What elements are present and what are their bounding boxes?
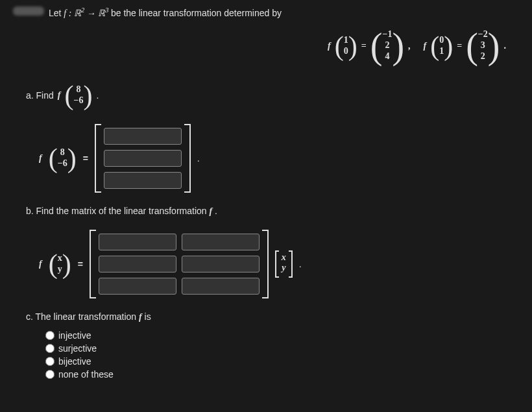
- option-surjective[interactable]: surjective: [45, 343, 519, 354]
- result-1: ( −124 ): [370, 25, 404, 67]
- radio-none[interactable]: [45, 370, 54, 379]
- intro-suffix: be the linear transformation determined …: [111, 8, 282, 18]
- option-injective[interactable]: injective: [45, 330, 519, 341]
- radio-injective[interactable]: [45, 331, 54, 340]
- result-2: ( −232 ): [466, 25, 500, 67]
- part-b-vector-xy: ( xy ): [49, 248, 71, 280]
- radio-surjective[interactable]: [45, 344, 54, 353]
- part-b-input-22[interactable]: [182, 256, 260, 273]
- vector-1-0: ( 10 ): [335, 30, 357, 62]
- part-b-xy-bracket: xy: [275, 250, 293, 278]
- problem-intro: Let f : ℝ2 → ℝ3 be the linear transforma…: [49, 6, 519, 19]
- part-a-label: a. Find f ( 8−6 ) .: [26, 80, 99, 111]
- part-c: c. The linear transformation f is: [26, 311, 519, 322]
- part-a-input-2[interactable]: [104, 150, 182, 167]
- option-bijective[interactable]: bijective: [45, 356, 519, 367]
- part-a-input-3[interactable]: [104, 172, 182, 189]
- part-b-input-31[interactable]: [99, 278, 176, 295]
- option-none[interactable]: none of these: [45, 369, 519, 380]
- part-a-answer-vector: ( 8−6 ): [49, 143, 77, 174]
- redaction-smudge: [13, 6, 44, 16]
- intro-func: f : ℝ2 → ℝ3: [64, 8, 111, 18]
- part-c-options: injective surjective bijective none of t…: [45, 330, 519, 380]
- part-a-matrix-input: [95, 124, 191, 193]
- part-a-input-1[interactable]: [104, 128, 182, 145]
- part-b-matrix-input: [90, 230, 269, 298]
- intro-prefix: Let: [49, 8, 64, 18]
- part-b-input-21[interactable]: [99, 256, 176, 273]
- part-b-input-11[interactable]: [99, 234, 176, 250]
- part-b-input-12[interactable]: [182, 234, 260, 250]
- part-b-input-32[interactable]: [182, 278, 260, 295]
- part-a: a. Find f ( 8−6 ) .: [26, 80, 519, 111]
- part-b-answer: f ( xy ) = xy .: [39, 230, 519, 298]
- definition-2: f ( 01 ) = ( −232 ) .: [424, 25, 506, 67]
- part-b: b. Find the matrix of the linear transfo…: [26, 206, 519, 217]
- definition-1: f ( 10 ) = ( −124 ) ,: [328, 25, 410, 67]
- radio-bijective[interactable]: [45, 357, 54, 366]
- vector-0-1: ( 01 ): [430, 30, 453, 62]
- definitions-row: f ( 10 ) = ( −124 ) , f ( 01 ) = ( −232 …: [13, 25, 519, 67]
- part-a-answer: f ( 8−6 ) = .: [39, 124, 519, 193]
- part-a-vector: ( 8−6 ): [64, 80, 92, 111]
